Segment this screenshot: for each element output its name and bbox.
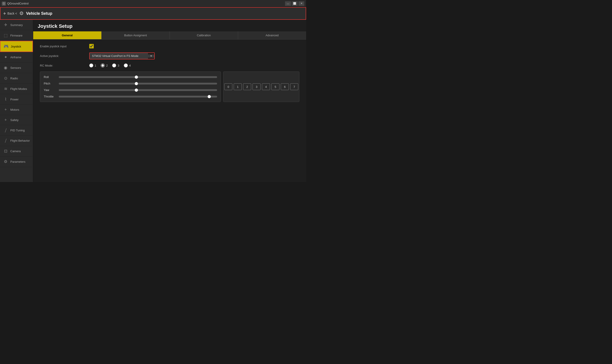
sidebar: ✈ Summary ⬚ Firmware 🎮 Joystick ✦ Airfra… — [0, 20, 33, 182]
sidebar-item-radio[interactable]: ⊙ Radio — [0, 73, 33, 84]
pitch-label: Pitch — [44, 82, 56, 85]
sidebar-label-airframe: Airframe — [10, 56, 21, 59]
sidebar-label-flight-modes: Flight Modes — [10, 87, 27, 91]
rc-mode-option-3[interactable]: 3 — [112, 64, 119, 67]
axes-area: Roll Pitch Yaw — [40, 72, 299, 102]
rc-mode-label: RC Mode: — [40, 64, 85, 67]
pid-tuning-icon: ⧸ — [3, 128, 8, 133]
main-content: Joystick Setup General Button Assigment … — [33, 20, 306, 182]
rc-mode-label-1: 1 — [95, 64, 96, 67]
button-2[interactable]: 2 — [243, 83, 251, 90]
sidebar-item-firmware[interactable]: ⬚ Firmware — [0, 30, 33, 41]
sidebar-item-flight-behavior[interactable]: ⧸ Flight Behavior — [0, 136, 33, 146]
main-layout: ✈ Summary ⬚ Firmware 🎮 Joystick ✦ Airfra… — [0, 20, 306, 182]
rc-mode-radio-4[interactable] — [124, 64, 128, 67]
button-5[interactable]: 5 — [271, 83, 279, 90]
pitch-row: Pitch — [44, 82, 217, 85]
sidebar-label-camera: Camera — [10, 150, 21, 153]
sidebar-label-safety: Safety — [10, 118, 19, 122]
sidebar-label-motors: Motors — [10, 108, 19, 111]
roll-row: Roll — [44, 75, 217, 79]
button-panel: 0 1 2 3 4 5 6 7 — [223, 72, 299, 102]
button-1[interactable]: 1 — [234, 83, 242, 90]
button-6[interactable]: 6 — [281, 83, 289, 90]
joystick-select[interactable]: STM32 Virtual ComPort in FS Mode — [90, 53, 148, 59]
rc-mode-option-1[interactable]: 1 — [89, 64, 96, 67]
sidebar-item-pid-tuning[interactable]: ⧸ PID Tuning — [0, 125, 33, 136]
titlebar-left: Q QGroundControl — [2, 1, 28, 6]
close-button[interactable]: ✕ — [298, 1, 304, 6]
rc-mode-label-4: 4 — [129, 64, 131, 67]
yaw-row: Yaw — [44, 88, 217, 92]
axis-panel: Roll Pitch Yaw — [40, 72, 221, 102]
sidebar-label-joystick: Joystick — [11, 45, 21, 48]
sidebar-item-motors[interactable]: + Motors — [0, 105, 33, 115]
sidebar-label-summary: Summary — [10, 23, 23, 27]
sidebar-label-parameters: Parameters — [10, 160, 25, 163]
sidebar-item-summary[interactable]: ✈ Summary — [0, 20, 33, 30]
sidebar-item-safety[interactable]: + Safety — [0, 115, 33, 125]
titlebar: Q QGroundControl — ⬜ ✕ — [0, 0, 306, 7]
tab-calibration[interactable]: Calibration — [170, 31, 238, 39]
enable-joystick-checkbox[interactable] — [89, 44, 94, 48]
sidebar-item-flight-modes[interactable]: ≋ Flight Modes — [0, 84, 33, 94]
sidebar-label-sensors: Sensors — [10, 66, 21, 69]
back-button[interactable]: ✈ Back < — [3, 12, 17, 16]
sidebar-label-pid-tuning: PID Tuning — [10, 129, 25, 132]
back-label: Back < — [7, 12, 17, 15]
roll-bar — [59, 76, 217, 78]
sensors-icon: ◉ — [3, 65, 8, 70]
sidebar-item-camera[interactable]: ⊡ Camera — [0, 146, 33, 156]
maximize-button[interactable]: ⬜ — [292, 1, 298, 6]
throttle-bar — [59, 96, 217, 98]
pitch-bar — [59, 83, 217, 84]
rc-mode-label-2: 2 — [106, 64, 108, 67]
sidebar-item-power[interactable]: ⌇ Power — [0, 94, 33, 105]
enable-joystick-row: Enable joystick input — [40, 44, 299, 48]
tab-advanced[interactable]: Advanced — [238, 31, 306, 39]
button-7[interactable]: 7 — [290, 83, 298, 90]
yaw-bar — [59, 89, 217, 91]
app-title: QGroundControl — [7, 2, 28, 5]
rc-mode-radio-2[interactable] — [101, 64, 105, 67]
button-grid: 0 1 2 3 4 5 6 7 — [224, 83, 298, 90]
rc-mode-option-4[interactable]: 4 — [124, 64, 131, 67]
radio-icon: ⊙ — [3, 76, 8, 81]
sidebar-item-joystick[interactable]: 🎮 Joystick — [0, 41, 33, 52]
power-icon: ⌇ — [3, 97, 8, 102]
throttle-label: Throttle — [44, 95, 56, 98]
parameters-icon: ⚙ — [3, 159, 8, 164]
rc-mode-radio-3[interactable] — [112, 64, 116, 67]
button-4[interactable]: 4 — [262, 83, 270, 90]
summary-icon: ✈ — [3, 22, 8, 27]
chevron-down-icon: ▼ — [148, 54, 154, 58]
enable-joystick-label: Enable joystick input — [40, 45, 85, 48]
minimize-button[interactable]: — — [285, 1, 291, 6]
tab-general[interactable]: General — [33, 31, 102, 39]
tab-button-assignment[interactable]: Button Assigment — [102, 31, 170, 39]
rc-mode-radio-1[interactable] — [89, 64, 93, 67]
yaw-indicator — [135, 89, 138, 92]
motors-icon: + — [3, 107, 8, 112]
roll-indicator — [135, 76, 138, 79]
sidebar-item-parameters[interactable]: ⚙ Parameters — [0, 156, 33, 167]
throttle-row: Throttle — [44, 95, 217, 98]
rc-mode-label-3: 3 — [118, 64, 119, 67]
active-joystick-row: Active joystick: STM32 Virtual ComPort i… — [40, 52, 299, 59]
rc-mode-options: 1 2 3 4 — [89, 64, 131, 67]
sidebar-label-radio: Radio — [10, 77, 18, 80]
button-0[interactable]: 0 — [224, 83, 232, 90]
header-title: Vehicle Setup — [26, 11, 52, 16]
throttle-indicator — [208, 95, 211, 98]
roll-label: Roll — [44, 75, 56, 79]
rc-mode-option-2[interactable]: 2 — [101, 64, 108, 67]
sidebar-item-sensors[interactable]: ◉ Sensors — [0, 63, 33, 73]
firmware-icon: ⬚ — [3, 33, 8, 38]
rc-mode-row: RC Mode: 1 2 3 — [40, 64, 299, 67]
header-nav: ✈ Back < ⚙ Vehicle Setup — [0, 7, 306, 20]
app-icon: Q — [2, 1, 6, 6]
sidebar-item-airframe[interactable]: ✦ Airframe — [0, 52, 33, 63]
yaw-label: Yaw — [44, 88, 56, 92]
safety-icon: + — [3, 118, 8, 122]
button-3[interactable]: 3 — [253, 83, 261, 90]
